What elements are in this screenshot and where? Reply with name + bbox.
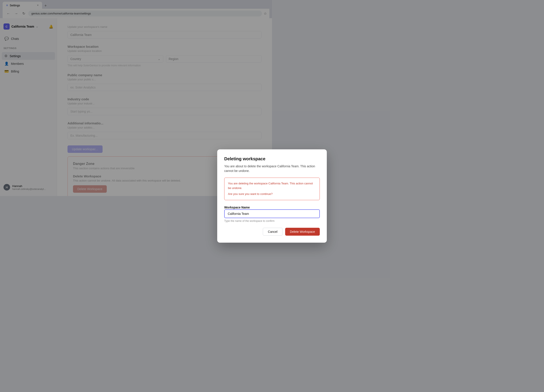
modal-description: You are about to delete the workspace Ca… bbox=[224, 164, 272, 173]
modal-warning-line1: You are deleting the workspace Californi… bbox=[228, 181, 272, 190]
delete-workspace-modal: Deleting workspace You are about to dele… bbox=[217, 149, 272, 196]
modal-overlay: Deleting workspace You are about to dele… bbox=[0, 0, 272, 196]
modal-warning-line2: Are you sure you want to continue? bbox=[228, 192, 272, 196]
modal-warning-box: You are deleting the workspace Californi… bbox=[224, 178, 272, 196]
modal-title: Deleting workspace bbox=[224, 156, 272, 161]
